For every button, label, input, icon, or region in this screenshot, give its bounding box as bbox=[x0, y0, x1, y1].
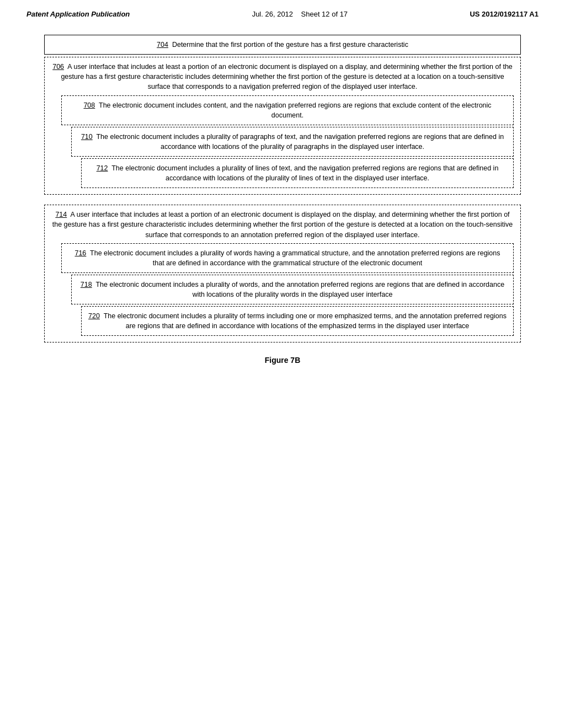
node-710: 710 The electronic document includes a p… bbox=[71, 127, 514, 157]
node-720-group: 720 The electronic document includes a p… bbox=[81, 306, 514, 336]
node-704: 704 Determine that the first portion of … bbox=[44, 35, 521, 55]
top-section: 704 Determine that the first portion of … bbox=[44, 35, 521, 195]
node-714-outer: 714 A user interface that includes at le… bbox=[44, 205, 521, 342]
bottom-section: 714 A user interface that includes at le… bbox=[44, 205, 521, 342]
node-712: 712 The electronic document includes a p… bbox=[81, 158, 514, 188]
node-718-group: 718 The electronic document includes a p… bbox=[71, 275, 514, 336]
figure-caption: Figure 7B bbox=[44, 356, 521, 365]
node-708: 708 The electronic document includes con… bbox=[61, 95, 514, 125]
page-header: Patent Application Publication Jul. 26, … bbox=[0, 0, 565, 24]
header-left: Patent Application Publication bbox=[26, 10, 130, 18]
node-712-group: 712 The electronic document includes a p… bbox=[81, 158, 514, 188]
node-716-group: 716 The electronic document includes a p… bbox=[61, 243, 514, 336]
node-710-group: 710 The electronic document includes a p… bbox=[71, 127, 514, 189]
header-right: US 2012/0192117 A1 bbox=[470, 10, 539, 18]
node-708-group: 708 The electronic document includes con… bbox=[61, 95, 514, 189]
header-center: Jul. 26, 2012 Sheet 12 of 17 bbox=[252, 10, 348, 18]
node-716: 716 The electronic document includes a p… bbox=[61, 243, 514, 273]
main-content: 704 Determine that the first portion of … bbox=[0, 24, 565, 387]
node-706-outer: 706 A user interface that includes at le… bbox=[44, 57, 521, 195]
node-720: 720 The electronic document includes a p… bbox=[81, 306, 514, 336]
node-718: 718 The electronic document includes a p… bbox=[71, 275, 514, 304]
